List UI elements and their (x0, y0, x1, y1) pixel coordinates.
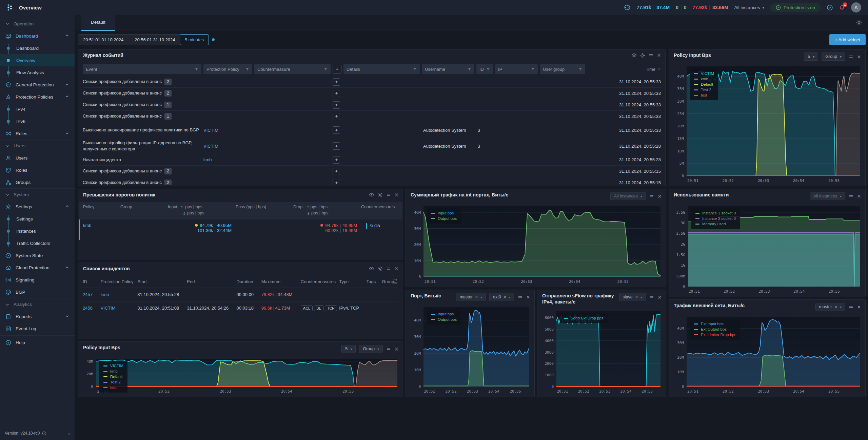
countermeasure-chip[interactable]: TCP (325, 306, 337, 311)
sidebar-item-dashboard[interactable]: Dashboard (0, 30, 75, 42)
sidebar-group-operation[interactable]: Operation (0, 18, 75, 30)
all-instances-select[interactable]: All instances▾ (610, 192, 646, 200)
memory-usage-chart[interactable]: 0500M1G1.5G2G2.5G3G3.5G20:5120:5220:5320… (670, 203, 864, 295)
filter-username[interactable]: Username (422, 64, 474, 74)
sidebar-item-flow-analysis[interactable]: Flow Analysis (0, 66, 75, 79)
bgp-status-icon[interactable] (624, 4, 631, 11)
close-icon[interactable]: ✕ (504, 295, 507, 299)
close-icon[interactable] (394, 193, 399, 197)
incident-id-link[interactable]: 2456 (83, 306, 99, 311)
legend-item[interactable]: Default (694, 82, 714, 87)
expand-details-button[interactable] (333, 78, 340, 86)
expand-details-button[interactable] (333, 101, 340, 109)
instances-dropdown[interactable]: All instances ▾ (734, 5, 764, 10)
csv-export-icon[interactable]: csv (393, 279, 398, 285)
legend-item[interactable]: Ext Limiter Drop bps (694, 332, 736, 337)
sidebar-item-users[interactable]: Users (0, 152, 75, 164)
close-icon[interactable] (394, 267, 399, 271)
gear-icon[interactable] (378, 266, 383, 271)
policy-link[interactable]: kmb (83, 223, 92, 228)
table-row[interactable]: Выключена signaling-фильтрация IP-адресо… (83, 138, 661, 154)
legend-item[interactable]: Output bps (431, 216, 457, 221)
legend-item[interactable]: test (103, 385, 123, 390)
tabbar-gear-icon[interactable] (856, 20, 862, 26)
table-row[interactable]: 2456 VICTIM 31.10.2024, 20:51:08 31.10.2… (83, 301, 398, 315)
sidebar-item-general-protection[interactable]: General Protection (0, 79, 75, 91)
column-header-type[interactable]: Type (339, 279, 364, 284)
legend-item[interactable]: Memory used (695, 221, 736, 227)
filter-ip[interactable]: IP (495, 64, 538, 74)
legend-item[interactable]: Test 2 (694, 87, 714, 92)
sidebar-group-analytics[interactable]: Analytics (0, 298, 75, 310)
sidebar-item-groups[interactable]: Groups (0, 176, 75, 188)
column-header-start[interactable]: Start (137, 279, 185, 284)
filter-protection-policy[interactable]: Protection Policy (203, 64, 252, 74)
close-icon[interactable]: ✕ (635, 295, 638, 299)
column-header-id[interactable]: ID (83, 279, 99, 284)
info-icon[interactable] (42, 431, 46, 436)
policy-input-bps-chart[interactable]: 020M40M20:5120:5220:5320:5420:55VICTIMkm… (80, 355, 401, 395)
close-icon[interactable] (857, 305, 861, 309)
close-icon[interactable] (857, 194, 861, 198)
sidebar-item-instances[interactable]: Instances (0, 225, 75, 237)
sidebar-item-help[interactable]: ?Help (0, 336, 75, 349)
drag-icon[interactable] (849, 54, 853, 59)
slave-filter-chip[interactable]: slave✕▾ (619, 293, 646, 301)
drag-icon[interactable] (518, 295, 522, 299)
legend-item[interactable]: VICTIM (694, 71, 714, 76)
legend-item[interactable]: Send Ext Drop pps (564, 315, 604, 321)
sidebar-collapse-button[interactable]: ‹ (68, 431, 70, 436)
close-icon[interactable] (394, 347, 399, 351)
column-header-tags[interactable]: Tags (367, 279, 380, 284)
table-row[interactable]: Списки префиксов добавлены в анонс2 31.1… (83, 87, 661, 99)
legend-item[interactable]: Input bps (431, 311, 457, 317)
help-icon[interactable]: ? (827, 4, 833, 11)
sidebar-item-settings[interactable]: Settings (0, 213, 75, 225)
close-icon[interactable] (857, 55, 861, 59)
close-icon[interactable] (657, 194, 662, 198)
table-row[interactable]: Списки префиксов добавлены в анонс2 31.1… (83, 177, 661, 185)
group-select[interactable]: Group▾ (359, 345, 383, 353)
drag-icon[interactable] (849, 305, 853, 309)
legend-item[interactable]: Default (103, 374, 123, 379)
time-range-preset-button[interactable]: 5 minutes (180, 34, 209, 45)
table-row[interactable]: 2457 kmb 31.10.2024, 20:55:28 00:00:00 7… (83, 288, 398, 301)
expand-details-button[interactable] (333, 179, 340, 185)
incident-id-link[interactable]: 2457 (83, 292, 99, 297)
filter-countermeasure[interactable]: Countermeasure (254, 64, 331, 74)
5-select[interactable]: 5▾ (341, 345, 356, 353)
column-header-time[interactable]: Time (587, 67, 661, 72)
ext0-filter-chip[interactable]: ext0✕▾ (489, 293, 514, 301)
expand-details-button[interactable] (333, 168, 340, 175)
table-row[interactable]: Списки префиксов добавлены в анонс1 31.1… (83, 99, 661, 110)
drag-icon[interactable] (649, 53, 653, 58)
policy-link[interactable]: kmb (101, 292, 136, 297)
master-filter-chip[interactable]: master✕▾ (815, 303, 845, 311)
sidebar-item-ipv4[interactable]: IPv4 (0, 103, 75, 115)
sidebar-item-roles[interactable]: Roles (0, 164, 75, 176)
int-ports-traffic-chart[interactable]: 010M20M30M40M20:5120:5220:5320:5420:55In… (407, 203, 665, 286)
sidebar-item-settings[interactable]: Settings (0, 201, 75, 213)
column-header-protection-policy[interactable]: Protection Policy (101, 279, 136, 284)
filter-details[interactable]: Details (343, 64, 420, 74)
expand-details-button[interactable] (333, 90, 340, 97)
sidebar-item-rules[interactable]: Rules (0, 127, 75, 140)
sidebar-item-bgp[interactable]: BGP (0, 286, 75, 298)
legend-item[interactable]: Ext Input bps (694, 321, 736, 327)
legend-item[interactable]: test (694, 92, 714, 98)
column-header-countermeasures[interactable]: Countermeasures (301, 279, 337, 284)
sidebar-item-protection-policies[interactable]: Protection Policies (0, 91, 75, 103)
sidebar-item-traffic-collectors[interactable]: Traffic Collectors (0, 237, 75, 249)
filter-user-group[interactable]: User group (540, 64, 585, 74)
all-instances-select[interactable]: All instances▾ (810, 192, 845, 200)
sflow-sent-chart[interactable]: 010002000300040005000600020:5120:5220:53… (539, 308, 665, 395)
add-widget-button[interactable]: + Add widget (829, 34, 866, 45)
close-icon[interactable]: ✕ (834, 305, 837, 309)
table-row[interactable]: Начало инцидента kmb 31.10.2024, 20:55:2… (83, 154, 661, 165)
add-filter-button[interactable] (333, 65, 341, 74)
drag-icon[interactable] (386, 192, 391, 197)
5-select[interactable]: 5▾ (804, 53, 818, 61)
sidebar-item-dashboard[interactable]: Dashboard (0, 42, 75, 54)
sidebar-item-signaling[interactable]: Signaling (0, 274, 75, 286)
legend-item[interactable]: VICTIM (103, 363, 123, 369)
